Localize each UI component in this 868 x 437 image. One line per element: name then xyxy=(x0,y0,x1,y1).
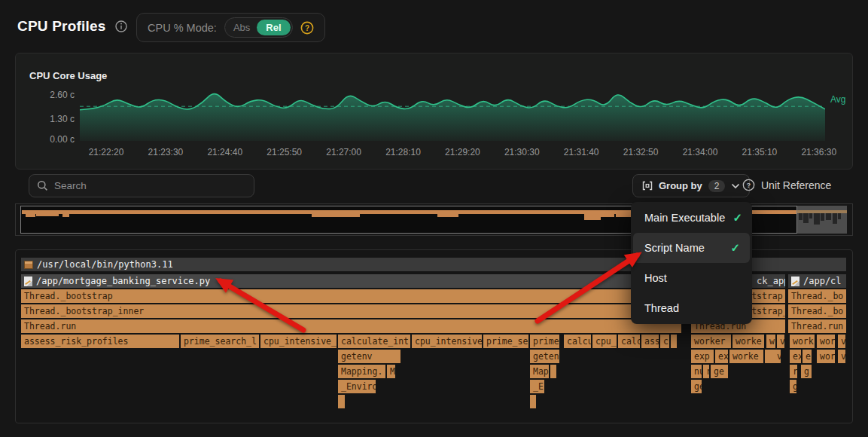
mode-help-icon[interactable]: ? xyxy=(300,21,314,35)
flame-bar[interactable]: g xyxy=(790,380,796,393)
flame-bar[interactable]: ass xyxy=(641,335,659,348)
flame-bar[interactable] xyxy=(530,395,536,408)
flame-bar[interactable]: Mapping. xyxy=(338,365,385,378)
flame-bar[interactable]: Thread.run xyxy=(21,319,681,333)
flame-bar[interactable]: Thread.run xyxy=(788,319,846,333)
flame-bar[interactable]: Map xyxy=(530,365,549,378)
flame-bar-label: cpu_intensive xyxy=(415,336,482,347)
flame-bar[interactable]: /app/mortgage_banking_service.py xyxy=(21,274,681,288)
flame-bar-label: /usr/local/bin/python3.11 xyxy=(37,259,173,270)
flame-bar[interactable]: worke xyxy=(732,335,764,348)
flame-bar[interactable]: M xyxy=(387,365,395,378)
chart-title: CPU Core Usage xyxy=(29,70,107,81)
flame-bar[interactable]: v xyxy=(838,335,845,348)
flame-bar[interactable]: Thread._bootstrap_inner xyxy=(21,304,681,318)
cpu-usage-area-chart[interactable] xyxy=(80,84,825,141)
flame-bar[interactable]: assess_risk_profiles xyxy=(21,335,179,348)
mode-abs-option[interactable]: Abs xyxy=(227,20,257,35)
flame-bar-label: Thread.run xyxy=(24,321,76,332)
flame-bar[interactable]: wor xyxy=(817,335,835,348)
flame-bar[interactable]: cpu_ xyxy=(592,335,617,348)
group-by-label: Group by xyxy=(659,180,702,191)
menu-item-thread[interactable]: Thread xyxy=(631,293,752,323)
flame-bar-label: worker xyxy=(694,336,726,347)
flame-bar[interactable]: cpu_intensive xyxy=(412,335,482,348)
y-tick-label: 0.00 c xyxy=(35,134,75,145)
search-input[interactable] xyxy=(54,180,227,191)
flame-bar[interactable]: ex xyxy=(715,350,728,363)
cpu-mode-toggle[interactable]: Abs Rel xyxy=(224,17,293,38)
flame-bar[interactable]: exp xyxy=(691,350,714,363)
search-input-box[interactable] xyxy=(29,174,254,197)
flame-bar[interactable]: v xyxy=(774,350,781,363)
flame-bar-label: Thread._bo xyxy=(791,291,843,301)
flame-bar-label: g xyxy=(793,381,796,392)
flame-bar[interactable]: prime_search_l xyxy=(181,335,259,348)
flame-bar-label: v xyxy=(777,351,781,362)
flame-bar[interactable]: prime_se xyxy=(483,335,528,348)
group-by-button[interactable]: Group by 2 xyxy=(632,174,750,197)
x-tick-label: 21:35:10 xyxy=(742,147,778,157)
menu-item-main-executable[interactable]: Main Executable✓ xyxy=(631,203,752,233)
flame-bar-label: prime_se xyxy=(486,336,528,347)
flame-bar[interactable]: c xyxy=(660,335,669,348)
cpu-core-usage-panel: CPU Core Usage 2.60 c1.30 c0.00 c Avg 21… xyxy=(15,53,853,170)
flame-bar[interactable]: cpu_intensive_ xyxy=(260,335,337,348)
flame-bar[interactable]: Thread._bootstrap xyxy=(21,289,681,303)
flame-bar[interactable] xyxy=(550,365,556,378)
flame-bar[interactable]: r xyxy=(790,365,797,378)
x-tick-label: 21:31:40 xyxy=(564,147,599,157)
flame-bar[interactable]: w xyxy=(766,335,775,348)
flame-bar[interactable]: g xyxy=(801,365,812,378)
flame-bar[interactable] xyxy=(671,335,677,348)
flame-bar[interactable]: getenv xyxy=(338,350,400,363)
flame-bar[interactable]: nu xyxy=(691,365,702,378)
flame-bar[interactable]: wor xyxy=(817,350,835,363)
flame-bar[interactable]: calc xyxy=(618,335,640,348)
flame-bar[interactable]: /app/cl xyxy=(788,274,846,288)
flame-bar-label: getenv xyxy=(341,351,373,362)
flame-bar[interactable]: v xyxy=(777,335,784,348)
flame-bar[interactable]: _Enviro xyxy=(338,380,376,393)
flame-bar[interactable]: _E xyxy=(530,380,544,393)
flame-bar[interactable]: v xyxy=(838,350,845,363)
minimap-bar xyxy=(826,213,831,220)
flame-bar[interactable]: ex xyxy=(790,350,801,363)
flame-bar[interactable]: worke xyxy=(729,350,763,363)
minimap-bar xyxy=(312,214,360,217)
group-by-icon xyxy=(642,181,653,191)
minimap-bar xyxy=(809,213,812,218)
info-icon[interactable] xyxy=(115,20,127,32)
flame-bar-label: v xyxy=(780,336,784,347)
flame-bar-label: exp xyxy=(694,351,710,362)
x-tick-label: 21:34:00 xyxy=(683,147,718,157)
script-icon xyxy=(24,277,32,286)
flame-bar-label: _E xyxy=(533,381,544,392)
flame-bar[interactable]: work xyxy=(790,335,815,348)
menu-item-script-name[interactable]: Script Name✓ xyxy=(633,233,750,263)
flame-bar-label: /app/mortgage_banking_service.py xyxy=(36,276,210,286)
flame-bar[interactable] xyxy=(338,395,345,408)
flame-bar[interactable]: geten xyxy=(530,350,559,363)
flame-bar[interactable]: Thread._bo xyxy=(788,304,846,318)
flame-bar-label: ge xyxy=(714,366,724,377)
x-tick-label: 21:36:30 xyxy=(801,147,836,157)
flame-bar[interactable]: worker xyxy=(691,335,731,348)
minimap-bar xyxy=(437,214,458,217)
mode-rel-option[interactable]: Rel xyxy=(257,20,290,35)
menu-item-host[interactable]: Host xyxy=(631,263,752,293)
flame-bar[interactable]: prime xyxy=(530,335,559,348)
flame-bar[interactable]: r xyxy=(703,365,709,378)
flame-bar-label: ex xyxy=(793,351,801,362)
flame-bar[interactable]: calculate_int xyxy=(338,335,410,348)
flame-bar[interactable]: Thread._bo xyxy=(788,289,846,303)
flame-bar[interactable]: ge xyxy=(691,380,702,393)
flame-bar-label: wor xyxy=(820,336,835,347)
flame-bar[interactable]: ge xyxy=(711,365,728,378)
page-title: CPU Profiles xyxy=(17,18,106,35)
unit-reference-link[interactable]: ? Unit Reference xyxy=(742,179,831,191)
y-tick-label: 1.30 c xyxy=(35,114,75,124)
flame-bar[interactable]: calcu xyxy=(564,335,591,348)
flame-bar-label: c xyxy=(663,336,669,347)
flame-bar[interactable]: e xyxy=(803,350,812,363)
